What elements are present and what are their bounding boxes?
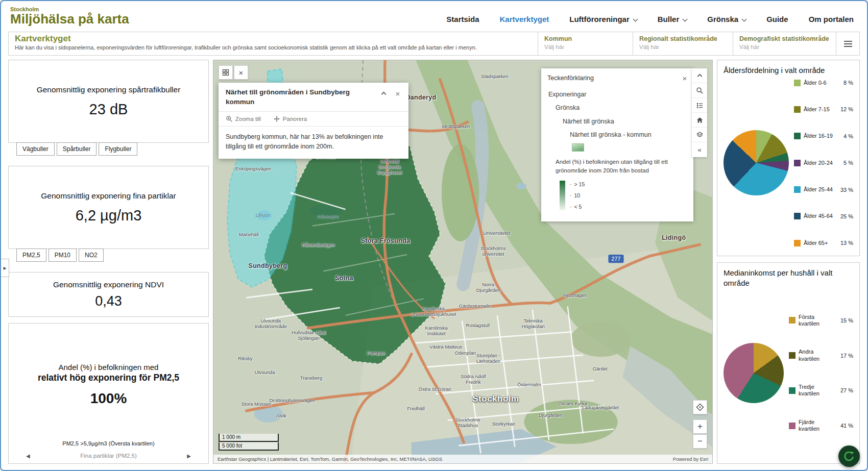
legend-tree-exponeringar[interactable]: Exponeringar [541,88,693,101]
income-pie-chart [724,343,784,403]
regso-selector[interactable]: Regionalt statistikområde Välj här [633,32,733,55]
home-button[interactable] [692,113,707,128]
map-canvas[interactable]: 277 DanderydStadsparkenIdrottsparkenUlri… [213,60,713,464]
compass-icon [696,403,704,411]
scalebar-imperial: 5 000 fot [219,442,279,451]
pan-icon [273,115,280,122]
refresh-icon [843,450,855,462]
legend-item: Ålder 45-6425 % [794,213,853,219]
layers-button[interactable] [692,128,707,142]
search-button[interactable] [692,83,707,98]
zoom-to-action[interactable]: Zooma till [226,115,261,122]
legend-swatch [794,213,801,219]
share-title-prefix: Andel (%) i befolkningen med [22,363,195,371]
tool-title: Kartverktyget [15,34,532,44]
pager-label: Fina partiklar (PM2,5) [80,453,137,459]
legend-value: 5 % [843,160,853,166]
legend-tree-narhet[interactable]: Närhet till grönska [541,115,693,128]
legend-item: Ålder 65+13 % [794,240,853,246]
legend-tree-gronska[interactable]: Grönska [541,101,693,114]
legend-swatch [794,186,801,193]
legend-item: Ålder 16-194 % [794,133,853,139]
share-pager: ◀ Fina partiklar (PM2,5) ▶ [22,450,195,463]
tab-flygbuller[interactable]: Flygbuller [99,142,137,156]
main-nav: Startsida Kartverktyget Luftföroreningar… [446,15,854,23]
legend-value: 27 % [840,387,853,393]
legend-gradient-bar [560,181,565,210]
nav-startsida[interactable]: Startsida [446,15,479,23]
popup-collapse-button[interactable] [378,88,389,99]
pager-prev-button[interactable]: ◀ [23,453,33,459]
selector-value: Välj här [739,44,830,50]
legend-item: Första kvartilen15 % [789,314,853,327]
nav-guide[interactable]: Guide [766,15,788,23]
tab-no2[interactable]: NO2 [79,249,104,262]
legend-scale: > 15 10 < 5 [541,181,693,210]
road-shield: 277 [608,255,623,263]
scale-tick-high: > 15 [570,181,585,187]
legend-item: Ålder 25-4433 % [794,186,853,193]
pager-next-button[interactable]: ▶ [184,453,194,459]
legend-swatch [789,387,795,394]
popup-title: Närhet till grönområden i Sundbyberg kom… [226,88,375,107]
legend-label: Ålder 25-44 [804,186,833,193]
legend-swatch [789,352,795,359]
legend-list-button[interactable] [692,98,707,113]
nav-om-portalen[interactable]: Om portalen [809,15,854,23]
right-panel: Åldersfördelning i valt område Ålder 0-6… [717,60,860,464]
legend-label: Första kvartilen [799,314,830,327]
basemap-grid-button[interactable] [219,65,233,80]
chevron-down-icon [742,16,747,21]
refresh-button[interactable] [838,445,860,467]
legend-class-swatch [572,143,584,152]
legend-label: Tredje kvartilen [799,384,830,397]
legend-list-icon [696,102,704,109]
menu-button[interactable] [836,32,859,55]
zoom-out-button[interactable]: − [693,434,707,449]
legend-label: Andra kvartilen [799,349,830,362]
legend-label: Fjärde kvartilen [799,419,830,432]
popup-close-button[interactable]: × [392,88,403,99]
legend-tree-narhet-kommun[interactable]: Närhet till grönska - kommun [541,128,693,141]
nav-luftfororeningar[interactable]: Luftföroreningar [569,15,637,23]
deso-selector[interactable]: Demografiskt statistikområde Välj här [733,32,836,55]
legend-close-button[interactable]: × [679,72,690,84]
legend-value: 25 % [840,213,853,219]
hamburger-icon [844,43,852,44]
share-content: Andel (%) i befolkningen med relativt hö… [22,329,195,440]
high-exposure-card: Andel (%) i befolkningen med relativt hö… [8,323,209,464]
metric-title: Genomsnittlig exponering NDVI [53,280,164,290]
tab-sparbuller[interactable]: Spårbuller [57,142,97,156]
legend-swatch [794,133,801,139]
nav-buller[interactable]: Buller [658,15,687,23]
chart-title: Medianinkomst per hushåll i valt område [724,268,853,288]
chevron-up-icon [381,92,386,97]
pan-action[interactable]: Panorera [273,115,307,122]
tab-pm10[interactable]: PM10 [49,249,77,262]
nav-gronska[interactable]: Grönska [707,15,746,23]
nav-label: Grönska [707,15,738,23]
tab-vagbuller[interactable]: Vägbuller [16,142,55,156]
nav-kartverktyget[interactable]: Kartverktyget [500,15,549,23]
selector-label: Regionalt statistikområde [639,35,727,42]
map-toolbar: « [692,68,707,157]
scroll-up-button[interactable] [692,68,707,83]
tab-pm25[interactable]: PM2,5 [16,249,46,262]
nav-label: Luftföroreningar [569,15,630,23]
panel-expand-handle[interactable]: ▶ [1,259,9,277]
svg-text:277: 277 [612,256,621,262]
tool-intro: Kartverktyget Här kan du visa i sidopane… [9,32,538,55]
locate-button[interactable] [693,400,707,414]
legend-swatch [789,317,795,324]
kommun-selector[interactable]: Kommun Välj här [538,32,633,55]
collapse-toolbar-button[interactable]: « [692,142,707,157]
share-value: 100% [22,390,195,407]
grid-icon [222,68,230,77]
attribution-text: Earthstar Geographics | Lantmäteriet, Es… [218,456,442,462]
zoom-in-button[interactable]: + [693,419,707,434]
close-widget-button[interactable]: × [234,65,248,80]
chevron-down-icon [633,16,638,21]
metric-value: 23 dB [89,101,128,118]
brand: Stockholm Miljöhälsa på karta [10,6,129,26]
legend-value: 4 % [843,133,853,139]
